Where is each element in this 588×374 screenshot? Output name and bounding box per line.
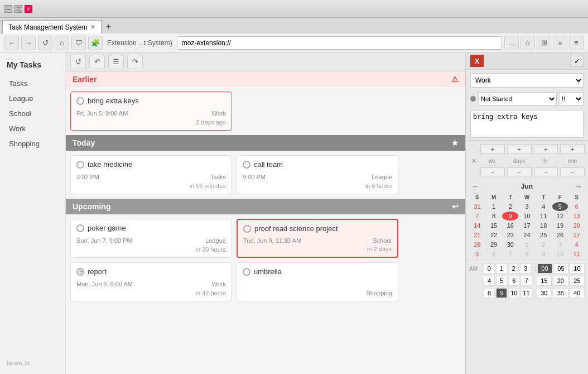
time-val-11[interactable]: 11	[520, 288, 532, 298]
task-textarea[interactable]: bring extra keys	[470, 110, 584, 138]
dt-clear-button[interactable]: ✕	[469, 156, 478, 165]
cal-day[interactable]: 4	[536, 202, 552, 211]
task-card-poker-game[interactable]: poker game Sun, Jun 7, 9:00 PM League in…	[70, 219, 232, 258]
refresh-tasks-button[interactable]: ↺	[70, 55, 86, 69]
grid-button[interactable]: ⊞	[537, 36, 551, 50]
task-status-circle-plus[interactable]: ⊕	[76, 268, 84, 276]
cal-day[interactable]: 14	[469, 221, 485, 230]
cal-day[interactable]: 2	[536, 240, 552, 249]
time-val-5[interactable]: 5	[496, 276, 507, 286]
task-card-take-medicine[interactable]: take medicine 3:02 PM Tasks in 56 minute…	[70, 155, 232, 194]
extensions-button[interactable]: »	[553, 36, 567, 50]
task-card-bring-extra-keys[interactable]: bring extra keys Fri, Jun 5, 9:00 AM Wor…	[70, 92, 232, 131]
active-tab[interactable]: Task Management System ✕	[2, 20, 102, 33]
cal-day[interactable]: 15	[486, 221, 502, 230]
redo-button[interactable]: ↷	[127, 55, 143, 69]
cal-day[interactable]: 23	[502, 231, 518, 239]
maximize-button[interactable]: □	[15, 5, 22, 13]
cal-day[interactable]: 11	[568, 250, 585, 258]
cal-day[interactable]: 7	[469, 212, 485, 220]
undo-button[interactable]: ↶	[89, 55, 105, 69]
time-val-8[interactable]: 8	[484, 288, 495, 298]
time-val-10h[interactable]: 10	[508, 288, 519, 298]
category-select[interactable]: Work Tasks League School Shopping	[470, 73, 584, 88]
time-val-1[interactable]: 1	[496, 263, 507, 274]
cal-day[interactable]: 8	[486, 212, 502, 220]
home-button[interactable]: ⌂	[55, 36, 69, 50]
status-select[interactable]: Not Started In Progress Done	[478, 92, 557, 106]
cal-day-today[interactable]: 5	[552, 202, 568, 211]
cal-day[interactable]: 10	[552, 250, 568, 258]
tab-close-button[interactable]: ✕	[90, 23, 95, 31]
time-val-35[interactable]: 35	[553, 288, 568, 298]
forward-button[interactable]: →	[21, 36, 36, 50]
close-button[interactable]: ✕	[25, 5, 32, 13]
cal-prev-button[interactable]: ←	[469, 182, 481, 191]
cal-day[interactable]: 8	[519, 250, 535, 258]
cal-day[interactable]: 30	[502, 240, 518, 249]
time-val-00[interactable]: 00	[537, 263, 552, 274]
cal-day[interactable]: 1	[519, 240, 535, 249]
sidebar-item-work[interactable]: Work	[0, 121, 65, 136]
time-val-10[interactable]: 10	[570, 263, 585, 274]
time-val-40[interactable]: 40	[570, 288, 585, 298]
cal-day[interactable]: 3	[552, 240, 568, 249]
task-status-circle[interactable]	[243, 161, 250, 169]
cal-day[interactable]: 12	[552, 212, 568, 220]
dt-minus-days[interactable]: −	[507, 167, 532, 176]
cal-day[interactable]: 31	[469, 202, 485, 211]
dt-plus-min[interactable]: +	[560, 144, 585, 154]
task-card-report[interactable]: ⊕ report Mon, Jun 8, 9:00 AM Work in 42 …	[70, 262, 232, 301]
minimize-button[interactable]: ─	[4, 5, 12, 13]
cal-day[interactable]: 21	[469, 231, 485, 239]
url-bar[interactable]	[177, 36, 502, 50]
time-val-6[interactable]: 6	[508, 276, 519, 286]
star-button[interactable]: ☆	[520, 36, 535, 50]
cal-day[interactable]: 16	[502, 221, 518, 230]
panel-close-button[interactable]: X	[470, 55, 484, 67]
time-val-15[interactable]: 15	[537, 276, 552, 286]
cal-day[interactable]: 25	[536, 231, 552, 239]
cal-day[interactable]: 4	[568, 240, 585, 249]
task-card-call-team[interactable]: call team 9:00 PM League in 6 hours	[237, 155, 398, 194]
cal-day[interactable]: 2	[502, 202, 518, 211]
list-view-button[interactable]: ☰	[108, 55, 124, 69]
priority-select[interactable]: ! !! !!!	[559, 92, 584, 106]
time-val-4[interactable]: 4	[484, 276, 495, 286]
cal-day[interactable]: 28	[469, 240, 485, 249]
cal-day[interactable]: 7	[502, 250, 518, 258]
dt-plus-wk[interactable]: +	[480, 144, 505, 154]
time-val-3[interactable]: 3	[520, 263, 531, 274]
sidebar-item-shopping[interactable]: Shopping	[0, 136, 65, 151]
task-status-circle[interactable]	[76, 161, 84, 169]
time-val-2[interactable]: 2	[508, 263, 519, 274]
time-val-9[interactable]: 9	[496, 288, 507, 298]
task-status-circle[interactable]	[76, 97, 84, 105]
time-val-25[interactable]: 25	[570, 276, 585, 286]
task-status-circle[interactable]	[76, 224, 84, 232]
cal-day[interactable]: 5	[469, 250, 485, 258]
task-card-umbrella[interactable]: umbrella Shopping	[237, 262, 398, 301]
cal-day[interactable]: 9	[536, 250, 552, 258]
dt-minus-min[interactable]: −	[560, 167, 585, 176]
back-button[interactable]: ←	[4, 36, 19, 50]
menu-button[interactable]: ≡	[569, 36, 584, 50]
cal-day[interactable]: 18	[536, 221, 552, 230]
cal-day[interactable]: 20	[568, 221, 585, 230]
refresh-button[interactable]: ↺	[38, 36, 52, 50]
cal-day[interactable]: 10	[519, 212, 535, 220]
panel-check-button[interactable]: ✓	[570, 55, 584, 67]
dt-plus-hr[interactable]: +	[534, 144, 558, 154]
time-val-30[interactable]: 30	[537, 288, 552, 298]
cal-day[interactable]: 6	[568, 202, 585, 211]
dt-plus-days[interactable]: +	[507, 144, 532, 154]
time-val-05[interactable]: 05	[553, 263, 568, 274]
sidebar-item-tasks[interactable]: Tasks	[0, 76, 65, 91]
more-button[interactable]: …	[504, 36, 519, 50]
cal-day[interactable]: 3	[519, 202, 535, 211]
cal-day[interactable]: 27	[568, 231, 585, 239]
cal-next-button[interactable]: →	[572, 182, 585, 191]
cal-day[interactable]: 29	[486, 240, 502, 249]
cal-day[interactable]: 6	[486, 250, 502, 258]
dt-minus-wk[interactable]: −	[480, 167, 505, 176]
